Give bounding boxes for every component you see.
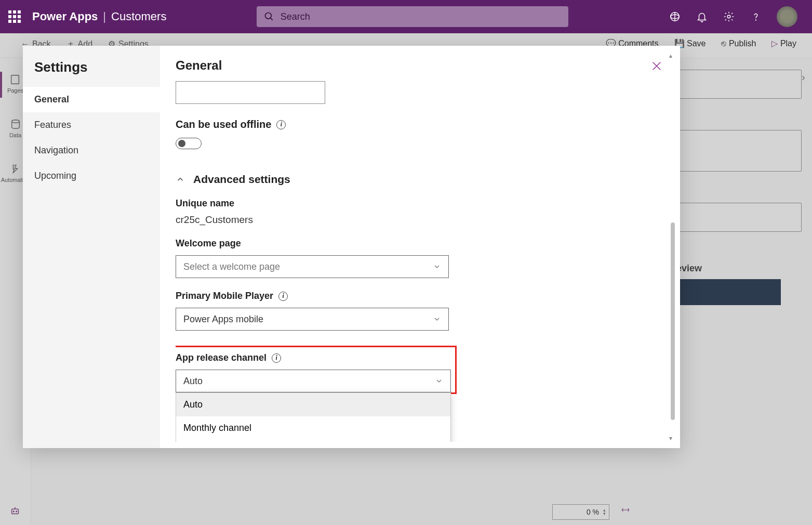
release-channel-combo[interactable]: Auto bbox=[176, 370, 451, 392]
settings-gear-icon[interactable] bbox=[723, 10, 735, 23]
search-input[interactable] bbox=[281, 11, 561, 22]
release-channel-label: App release channel i bbox=[176, 352, 451, 363]
primary-mobile-combo[interactable]: Power Apps mobile bbox=[176, 308, 449, 331]
settings-modal: Settings General Features Navigation Upc… bbox=[23, 46, 680, 448]
scroll-up-icon[interactable]: ▴ bbox=[669, 52, 672, 59]
scrollbar-thumb[interactable] bbox=[671, 222, 675, 420]
truncated-input[interactable] bbox=[176, 81, 325, 104]
dropdown-option[interactable]: Semi-annual channel bbox=[176, 440, 450, 442]
notifications-icon[interactable] bbox=[696, 10, 708, 23]
brand-title: Power Apps | Customers bbox=[32, 10, 166, 23]
welcome-page-field: Welcome page Select a welcome page bbox=[176, 238, 449, 278]
chevron-down-icon bbox=[435, 377, 443, 385]
info-icon[interactable]: i bbox=[278, 292, 288, 301]
release-channel-dropdown: Auto Monthly channel Semi-annual channel bbox=[176, 392, 451, 442]
welcome-page-combo[interactable]: Select a welcome page bbox=[176, 255, 449, 278]
close-icon bbox=[651, 60, 662, 72]
user-avatar[interactable] bbox=[777, 6, 797, 27]
settings-scroll-region: Can be used offline i Advanced settings … bbox=[176, 80, 660, 442]
offline-toggle[interactable] bbox=[176, 138, 202, 149]
svg-point-6 bbox=[756, 20, 756, 20]
primary-mobile-field: Primary Mobile Player i Power Apps mobil… bbox=[176, 291, 449, 331]
unique-name-field: Unique name cr25c_Customers bbox=[176, 198, 449, 226]
brand-name[interactable]: Power Apps bbox=[32, 10, 98, 23]
nav-features[interactable]: Features bbox=[23, 112, 160, 138]
welcome-page-placeholder: Select a welcome page bbox=[183, 261, 280, 272]
welcome-page-label: Welcome page bbox=[176, 238, 449, 249]
chevron-down-icon bbox=[433, 262, 441, 271]
app-header: Power Apps | Customers bbox=[0, 0, 812, 33]
scroll-down-icon[interactable]: ▾ bbox=[669, 435, 672, 442]
nav-general[interactable]: General bbox=[23, 87, 160, 112]
settings-title: Settings bbox=[23, 46, 160, 87]
header-actions bbox=[669, 6, 797, 27]
settings-sidebar: Settings General Features Navigation Upc… bbox=[23, 46, 160, 448]
brand-divider: | bbox=[103, 10, 106, 23]
svg-point-0 bbox=[265, 13, 271, 19]
environment-icon[interactable] bbox=[669, 10, 681, 23]
unique-name-value: cr25c_Customers bbox=[176, 214, 449, 226]
advanced-settings-label: Advanced settings bbox=[193, 173, 290, 186]
nav-navigation[interactable]: Navigation bbox=[23, 138, 160, 163]
settings-main: General Can be used offline i Advanced s… bbox=[160, 46, 680, 448]
dropdown-option[interactable]: Auto bbox=[176, 393, 450, 416]
nav-upcoming[interactable]: Upcoming bbox=[23, 163, 160, 189]
chevron-down-icon bbox=[433, 315, 441, 323]
help-icon[interactable] bbox=[750, 10, 762, 23]
advanced-settings-header[interactable]: Advanced settings bbox=[176, 173, 660, 186]
dropdown-option[interactable]: Monthly channel bbox=[176, 416, 450, 440]
primary-mobile-value: Power Apps mobile bbox=[183, 314, 263, 325]
main-area: ← Back ＋ Add ⚙ Settings 💬 Comments 💾 Sav… bbox=[0, 33, 812, 525]
release-channel-value: Auto bbox=[183, 376, 203, 387]
svg-point-5 bbox=[727, 15, 730, 18]
info-icon[interactable]: i bbox=[272, 353, 281, 363]
release-channel-field: App release channel i Auto Auto Monthly … bbox=[176, 347, 455, 392]
global-search[interactable] bbox=[257, 6, 568, 27]
unique-name-label: Unique name bbox=[176, 198, 449, 209]
settings-section-heading: General bbox=[176, 58, 222, 73]
svg-line-1 bbox=[270, 18, 272, 20]
app-launcher-icon[interactable] bbox=[6, 8, 23, 25]
chevron-up-icon bbox=[176, 175, 185, 184]
info-icon[interactable]: i bbox=[276, 120, 286, 129]
app-name[interactable]: Customers bbox=[111, 10, 166, 23]
close-button[interactable] bbox=[649, 58, 664, 76]
search-icon bbox=[264, 11, 274, 22]
primary-mobile-label: Primary Mobile Player i bbox=[176, 291, 449, 301]
offline-label: Can be used offline i bbox=[176, 119, 660, 130]
